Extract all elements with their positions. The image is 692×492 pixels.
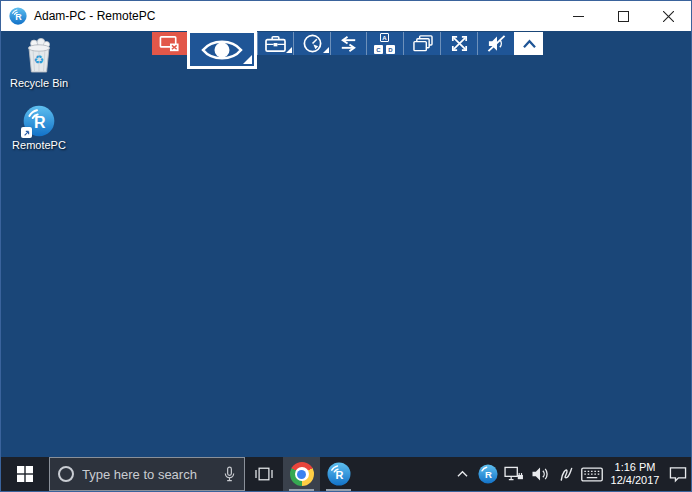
swap-screen-button[interactable] [330,32,366,55]
performance-button[interactable] [293,32,330,55]
session-toolbar: A C D [152,32,543,55]
windows-logo-icon [17,466,33,482]
recycle-bin-icon: ♻ [7,37,71,75]
action-center-button[interactable] [665,457,691,491]
system-tray: R [449,457,691,491]
svg-text:♻: ♻ [34,53,45,67]
dropdown-corner-icon [323,47,329,53]
clock-time: 1:16 PM [615,461,656,474]
briefcase-icon [264,34,287,53]
tray-volume[interactable] [527,457,553,491]
desktop-icon-label: RemotePC [7,139,71,151]
tray-network[interactable] [501,457,527,491]
shortcut-keys-icon: A C D [374,33,396,54]
mute-sound-button[interactable] [477,32,514,55]
maximize-button[interactable] [601,1,646,31]
close-button[interactable] [646,1,691,31]
taskbar-app-chrome[interactable] [283,457,320,491]
microphone-icon[interactable] [223,466,236,483]
tray-touch-keyboard[interactable] [579,457,605,491]
tray-remotepc[interactable]: R [475,457,501,491]
view-mode-slot [187,32,257,55]
file-transfer-button[interactable] [257,32,293,55]
eye-icon [200,37,244,63]
start-button[interactable] [1,457,49,491]
title-bar: R Adam-PC - RemotePC [1,1,691,31]
ctrl-alt-del-button[interactable]: A C D [366,32,403,55]
view-mode-button[interactable] [187,31,257,69]
window-title: Adam-PC - RemotePC [34,9,155,23]
pen-icon [558,466,574,483]
remote-desktop-surface[interactable]: A C D [1,31,691,457]
taskbar-app-remotepc[interactable]: R [320,457,357,491]
collapse-toolbar-button[interactable] [514,32,543,55]
svg-text:R: R [34,114,46,131]
chevron-up-icon [521,38,538,50]
running-indicator [289,489,314,491]
minimize-button[interactable] [556,1,601,31]
switch-window-button[interactable] [403,32,440,55]
desktop-icon-recycle-bin[interactable]: ♻ Recycle Bin [7,37,71,89]
remotepc-app-icon: R [23,105,55,137]
remotepc-logo-icon[interactable]: R [9,7,27,25]
taskbar-search[interactable] [49,457,245,491]
chevron-up-icon [456,469,469,479]
expand-arrows-icon [449,33,470,54]
speaker-icon [531,466,550,482]
speed-dial-icon [302,33,323,54]
keyboard-icon [581,467,603,482]
task-view-button[interactable] [245,457,283,491]
full-screen-button[interactable] [440,32,477,55]
task-view-icon [254,466,274,482]
chrome-icon [290,462,314,486]
cascade-windows-icon [411,34,434,53]
network-icon [504,466,524,482]
svg-text:R: R [485,469,492,480]
swap-arrows-icon [337,35,360,53]
hidden-icons-button[interactable] [449,457,475,491]
speaker-muted-icon [485,34,508,53]
cortana-icon [58,466,74,482]
svg-text:R: R [335,469,343,481]
tray-windows-ink[interactable] [553,457,579,491]
tray-clock[interactable]: 1:16 PM 12/4/2017 [605,457,665,491]
dropdown-corner-icon [243,55,252,64]
shortcut-arrow-icon [21,127,32,138]
search-input[interactable] [82,467,215,482]
svg-text:R: R [15,12,22,22]
remotepc-icon: R [478,464,498,484]
remotepc-icon: R [327,462,351,486]
disconnect-button[interactable] [152,32,187,55]
remotepc-window: R Adam-PC - RemotePC [0,0,692,492]
running-indicator [326,489,351,491]
desktop-icon-remotepc[interactable]: R RemotePC [7,105,71,151]
clock-date: 12/4/2017 [611,474,660,487]
taskbar: R R [1,457,691,491]
notification-bubble-icon [669,466,687,483]
dropdown-corner-icon [286,47,292,53]
desktop-icon-label: Recycle Bin [7,77,71,89]
